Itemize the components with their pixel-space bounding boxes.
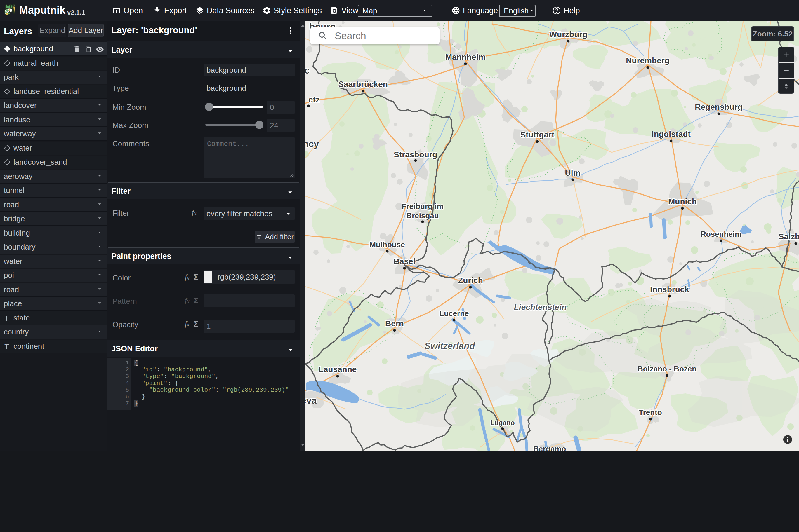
svg-text:eva: eva	[305, 395, 317, 406]
svg-text:Bergamo: Bergamo	[533, 444, 566, 451]
svg-text:Mulhouse: Mulhouse	[369, 240, 405, 249]
svg-text:Freiburg im: Freiburg im	[402, 202, 443, 211]
svg-text:etz: etz	[309, 95, 320, 104]
svg-text:Breisgau: Breisgau	[406, 211, 439, 220]
svg-text:Bolzano - Bozen: Bolzano - Bozen	[637, 364, 696, 373]
svg-text:Ingolstadt: Ingolstadt	[652, 130, 691, 139]
svg-text:oc: oc	[305, 65, 310, 76]
svg-text:Liechtenstein: Liechtenstein	[514, 303, 566, 312]
svg-text:Lucerne: Lucerne	[439, 309, 469, 318]
svg-text:Lugano: Lugano	[490, 419, 515, 426]
svg-text:Bern: Bern	[385, 319, 404, 328]
svg-text:Munich: Munich	[668, 197, 697, 206]
svg-text:Switzerland: Switzerland	[425, 341, 475, 351]
svg-text:Salzburg: Salzburg	[779, 232, 799, 241]
svg-text:Nuremberg: Nuremberg	[626, 56, 669, 65]
svg-text:Stuttgart: Stuttgart	[520, 130, 555, 139]
svg-text:Ulm: Ulm	[565, 168, 580, 177]
svg-text:Saarbrücken: Saarbrücken	[338, 80, 388, 89]
svg-text:Würzburg: Würzburg	[549, 30, 588, 39]
svg-text:Innsbruck: Innsbruck	[650, 285, 689, 294]
svg-text:Trento: Trento	[639, 408, 662, 417]
svg-text:Basel: Basel	[394, 257, 415, 266]
svg-text:Rosenheim: Rosenheim	[701, 230, 742, 239]
svg-text:ncy: ncy	[305, 139, 319, 149]
svg-text:Zurich: Zurich	[458, 276, 483, 285]
svg-text:Mannheim: Mannheim	[445, 53, 486, 61]
svg-text:Strasbourg: Strasbourg	[394, 150, 437, 159]
svg-text:Lausanne: Lausanne	[319, 365, 357, 374]
svg-text:Regensburg: Regensburg	[695, 102, 742, 112]
